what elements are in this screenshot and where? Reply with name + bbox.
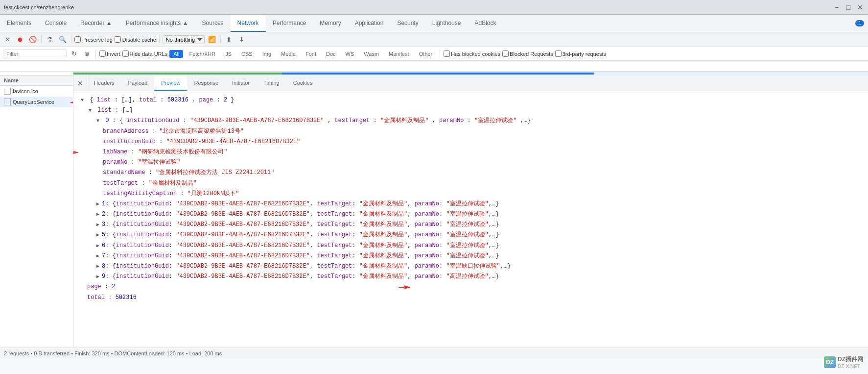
json-toggle-item9[interactable]: ▶ <box>95 274 101 280</box>
import-button[interactable]: ⬆ <box>224 34 235 45</box>
title-bar-controls: − □ ✕ <box>833 3 864 11</box>
json-lab-name: labName : "钢研纳克检测技术股份有限公司" <box>79 147 862 157</box>
title-bar-url: test.ckcest.cn/renzhengrenke <box>4 4 864 10</box>
tab-memory[interactable]: Memory <box>313 15 348 32</box>
tab-console[interactable]: Console <box>38 15 73 32</box>
file-icon-querylab <box>4 99 11 105</box>
json-toggle-item3[interactable]: ▶ <box>95 222 101 228</box>
json-param-no: paramNo : "室温拉伸试验" <box>79 157 862 168</box>
file-item-querylab[interactable]: QueryLabService <box>0 97 73 107</box>
json-testing-ability: testingAbilityCaption : "只测1200kN以下" <box>79 189 862 199</box>
filter-img-button[interactable]: Img <box>258 50 275 58</box>
json-toggle-item5[interactable]: ▶ <box>95 232 101 238</box>
tab-lighthouse[interactable]: Lighthouse <box>425 15 468 32</box>
detail-tab-response[interactable]: Response <box>187 75 225 91</box>
file-list-header: Name <box>0 75 73 86</box>
main-content: Name favicon.ico QueryLabService ✕ <box>0 75 868 348</box>
throttle-select[interactable]: No throttling Slow 3G Fast 3G Offline <box>163 35 205 44</box>
json-item-1[interactable]: ▶1: {institutionGuid: "439CDAB2-9B3E-4AE… <box>79 199 862 209</box>
search-icon[interactable]: 🔍 <box>57 34 68 45</box>
filter-font-button[interactable]: Font <box>302 50 320 58</box>
json-toggle-item2[interactable]: ▶ <box>95 212 101 218</box>
minimize-button[interactable]: − <box>833 3 841 11</box>
detail-tab-initiator[interactable]: Initiator <box>225 75 257 91</box>
close-panel-button[interactable]: ✕ <box>2 34 13 45</box>
json-standard-name: standardName : "金属材料拉伸试验方法 JIS Z2241:201… <box>79 168 862 178</box>
has-blocked-cookies-checkbox[interactable]: Has blocked cookies <box>444 50 500 57</box>
json-toggle-list[interactable]: ▼ <box>87 108 93 114</box>
tab-application[interactable]: Application <box>348 15 391 32</box>
tab-network[interactable]: Network <box>231 15 266 32</box>
hide-data-urls-checkbox[interactable]: Hide data URLs <box>122 50 168 57</box>
json-toggle-item0[interactable]: ▼ <box>95 118 101 124</box>
close-button[interactable]: ✕ <box>856 3 864 11</box>
json-item-2[interactable]: ▶2: {institutionGuid: "439CDAB2-9B3E-4AE… <box>79 209 862 220</box>
arrow-annotation-1 <box>68 98 73 107</box>
tab-adblock[interactable]: AdBlock <box>468 15 503 32</box>
json-toggle-item1[interactable]: ▶ <box>95 201 101 207</box>
filter-all-button[interactable]: All <box>169 50 183 58</box>
timeline-bar: 20 ms40 ms60 ms80 ms100 ms120 ms140 ms16… <box>0 61 868 72</box>
disable-cache-checkbox[interactable]: Disable cache <box>115 36 156 43</box>
detail-tab-cookies[interactable]: Cookies <box>286 75 320 91</box>
json-list[interactable]: ▼ list : […] <box>79 105 862 116</box>
preserve-log-checkbox[interactable]: Preserve log <box>74 36 113 43</box>
json-root[interactable]: ▼ { list : […], total : 502316 , page : … <box>79 95 862 105</box>
json-toggle-item7[interactable]: ▶ <box>95 253 101 259</box>
detail-close-button[interactable]: ✕ <box>73 75 87 91</box>
tab-sources[interactable]: Sources <box>195 15 231 32</box>
filter-media-button[interactable]: Media <box>277 50 300 58</box>
refresh-button[interactable]: ↻ <box>69 49 79 59</box>
filter-manifest-button[interactable]: Manifest <box>385 50 413 58</box>
export-button[interactable]: ⬇ <box>236 34 247 45</box>
filter-fetch-xhr-button[interactable]: Fetch/XHR <box>185 50 219 58</box>
invert-checkbox[interactable]: Invert <box>99 50 120 57</box>
filter-bar: ↻ ⊗ Invert Hide data URLs All Fetch/XHR … <box>0 47 868 61</box>
detail-tab-payload[interactable]: Payload <box>121 75 155 91</box>
json-items-container: ▶1: {institutionGuid: "439CDAB2-9B3E-4AE… <box>79 199 862 282</box>
filter-sep-1 <box>95 50 96 58</box>
wifi-icon[interactable]: 📶 <box>207 34 217 45</box>
detail-tab-headers[interactable]: Headers <box>87 75 121 91</box>
title-bar: test.ckcest.cn/renzhengrenke − □ ✕ <box>0 0 868 15</box>
watermark-text: DZ插件网 <box>838 355 863 358</box>
file-item-favicon[interactable]: favicon.ico <box>0 86 73 97</box>
toolbar-separator-2 <box>71 36 71 44</box>
tab-security[interactable]: Security <box>390 15 425 32</box>
filter-icon[interactable]: ⚗ <box>45 34 55 45</box>
waterfall-bar <box>73 73 594 75</box>
detail-tabs: ✕ Headers Payload Preview Response Initi… <box>73 75 868 91</box>
json-item-0[interactable]: ▼ 0 : { institutionGuid : "439CDAB2-9B3E… <box>79 116 862 126</box>
json-test-target: testTarget : "金属材料及制品" <box>79 178 862 189</box>
json-item-6[interactable]: ▶6: {institutionGuid: "439CDAB2-9B3E-4AE… <box>79 241 862 251</box>
tab-performance-insights[interactable]: Performance insights ▲ <box>119 15 195 32</box>
blocked-requests-checkbox[interactable]: Blocked Requests <box>502 50 553 57</box>
filter-js-button[interactable]: JS <box>221 50 235 58</box>
filter-other-button[interactable]: Other <box>415 50 437 58</box>
json-toggle-root[interactable]: ▼ <box>79 98 85 103</box>
json-toggle-item8[interactable]: ▶ <box>95 264 101 270</box>
json-item-8[interactable]: ▶8: {institutionGuid: "439CDAB2-9B3E-4AE… <box>79 261 862 272</box>
maximize-button[interactable]: □ <box>845 3 852 11</box>
stop-recording-button[interactable]: 🚫 <box>27 34 38 45</box>
tab-recorder[interactable]: Recorder ▲ <box>73 15 119 32</box>
record-button[interactable]: ⏺ <box>15 34 25 45</box>
json-item-3[interactable]: ▶3: {institutionGuid: "439CDAB2-9B3E-4AE… <box>79 220 862 230</box>
json-item-7[interactable]: ▶7: {institutionGuid: "439CDAB2-9B3E-4AE… <box>79 251 862 261</box>
filter-css-button[interactable]: CSS <box>237 50 257 58</box>
json-toggle-item6[interactable]: ▶ <box>95 243 101 249</box>
filter-input[interactable] <box>3 50 67 58</box>
filter-wasm-button[interactable]: Wasm <box>360 50 383 58</box>
detail-tab-timing[interactable]: Timing <box>257 75 286 91</box>
filter-ws-button[interactable]: WS <box>342 50 358 58</box>
json-item-9[interactable]: ▶9: {institutionGuid: "439CDAB2-9B3E-4AE… <box>79 272 862 282</box>
devtools-tab-bar: Elements Console Recorder ▲ Performance … <box>0 15 868 32</box>
detail-tab-preview[interactable]: Preview <box>154 75 187 91</box>
filter-doc-button[interactable]: Doc <box>322 50 340 58</box>
file-list: Name favicon.ico QueryLabService <box>0 75 73 348</box>
clear-button[interactable]: ⊗ <box>81 49 92 59</box>
tab-elements[interactable]: Elements <box>0 15 38 32</box>
json-item-5[interactable]: ▶5: {institutionGuid: "439CDAB2-9B3E-4AE… <box>79 230 862 240</box>
tab-performance[interactable]: Performance <box>266 15 313 32</box>
third-party-checkbox[interactable]: 3rd-party requests <box>555 50 606 57</box>
